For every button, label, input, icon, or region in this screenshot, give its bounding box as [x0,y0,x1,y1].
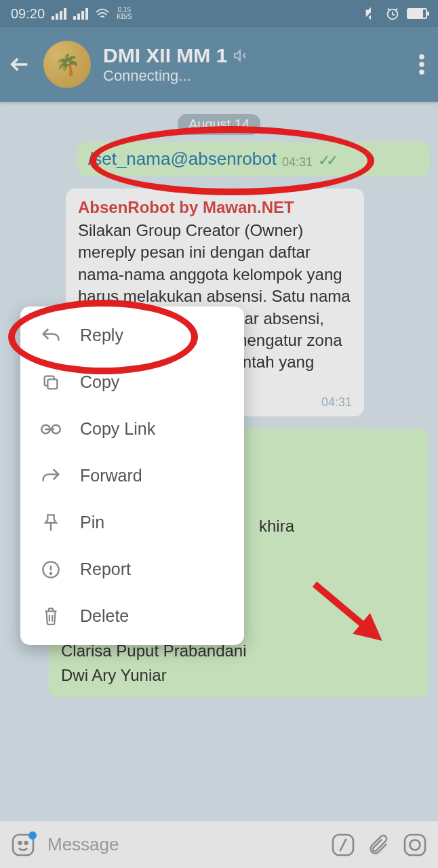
chat-header: 🌴 DMI XII MM 1 Connecting... [0,27,438,102]
record-button[interactable] [403,833,427,857]
sender-name: AbsenRobot by Mawan.NET [78,198,352,217]
menu-item-copy[interactable]: Copy [20,359,244,406]
attach-button[interactable] [367,833,391,857]
svg-point-12 [50,572,52,574]
mute-icon [363,6,378,21]
menu-label: Forward [80,466,142,486]
menu-label: Pin [80,513,104,532]
back-button[interactable] [8,53,31,76]
chat-title: DMI XII MM 1 [103,44,227,67]
network-speed: 0.15 KB/S [117,7,132,20]
report-icon [39,560,62,579]
chat-avatar[interactable]: 🌴 [43,41,91,88]
svg-rect-5 [47,379,57,389]
menu-item-delete[interactable]: Delete [20,593,244,639]
wifi-icon [95,7,110,20]
svg-point-4 [419,70,424,75]
signal-1-icon [52,7,66,20]
sticker-button[interactable] [11,833,35,857]
message-time: 04:31 [282,155,313,170]
svg-rect-22 [405,835,425,855]
reply-icon [39,327,62,344]
more-button[interactable] [414,54,430,75]
menu-label: Reply [80,326,123,345]
svg-point-19 [25,842,28,844]
date-separator: August 14 [178,114,260,135]
svg-point-2 [419,54,424,60]
menu-label: Copy [80,372,119,392]
clock: 09:20 [11,6,45,22]
alarm-icon [385,6,400,21]
command-button[interactable] [331,833,355,857]
menu-label: Delete [80,606,129,626]
link-icon [39,422,62,436]
menu-item-forward[interactable]: Forward [20,452,244,499]
forward-icon [39,467,62,485]
delete-icon [39,607,62,626]
message-input-bar: Message [0,821,438,868]
status-bar: 09:20 0.15 KB/S [0,0,438,27]
svg-point-18 [19,842,22,844]
svg-point-23 [410,840,420,850]
menu-item-pin[interactable]: Pin [20,499,244,546]
message-input[interactable]: Message [47,834,319,855]
menu-item-copy-link[interactable]: Copy Link [20,406,244,452]
battery-icon [407,8,427,19]
menu-label: Copy Link [80,419,155,439]
read-ticks-icon: ✓✓ [318,152,334,170]
outgoing-message[interactable]: /set_nama@absenrobot 04:31 ✓✓ [77,142,430,176]
menu-item-reply[interactable]: Reply [20,312,244,359]
notification-dot-icon [28,831,37,840]
signal-2-icon [73,7,88,20]
pin-icon [39,513,62,532]
context-menu: Reply Copy Copy Link Forward Pin Report [20,307,244,645]
muted-icon [233,48,247,63]
message-text: /set_nama@absenrobot [88,149,277,170]
menu-label: Report [80,559,131,579]
chat-title-group[interactable]: DMI XII MM 1 Connecting... [103,44,401,85]
chat-subtitle: Connecting... [103,67,401,85]
svg-line-21 [340,839,346,851]
svg-point-3 [419,62,424,67]
copy-icon [39,373,62,392]
menu-item-report[interactable]: Report [20,546,244,593]
